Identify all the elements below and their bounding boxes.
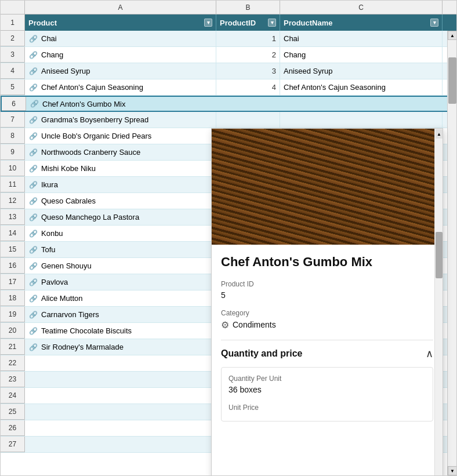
row-num: 13 xyxy=(1,209,25,225)
cell-product: 🔗 Uncle Bob's Organic Dried Pears xyxy=(25,128,216,144)
cell-product: 🔗 Ikura xyxy=(25,177,216,192)
product-icon: 🔗 xyxy=(28,294,38,303)
detail-card: Quantity Per Unit 36 boxes Unit Price xyxy=(221,367,433,422)
product-icon: 🔗 xyxy=(28,132,38,141)
row-num: 27 xyxy=(1,437,25,452)
table-row[interactable]: 2 🔗 Chai 1 Chai xyxy=(1,31,456,47)
qty-value: 36 boxes xyxy=(228,385,426,394)
table-row[interactable]: 7 🔗 Grandma's Boysenberry Spread xyxy=(1,112,456,128)
row-num: 8 xyxy=(1,128,25,144)
cell-product: 🔗 Konbu xyxy=(25,226,216,241)
cell-productid: 4 xyxy=(216,79,280,95)
col-header-C: C xyxy=(280,1,443,14)
product-icon: 🔗 xyxy=(28,326,38,336)
th-productname[interactable]: ProductName xyxy=(280,14,443,31)
filter-icon-A[interactable] xyxy=(204,19,212,27)
main-scrollbar[interactable]: ▲ ▼ xyxy=(447,31,456,475)
col-header-A: A xyxy=(25,1,216,14)
scroll-thumb[interactable] xyxy=(448,57,456,104)
row-num: 15 xyxy=(1,242,25,257)
col-headers: A B C xyxy=(1,1,456,14)
product-icon: 🔗 xyxy=(28,213,38,222)
product-icon: 🔗 xyxy=(28,261,38,271)
cell-product: 🔗 Chai xyxy=(25,31,216,46)
cell-empty xyxy=(25,355,216,371)
cell-product: 🔗 Northwoods Cranberry Sauce xyxy=(25,144,216,160)
popup-content[interactable]: Chef Anton's Gumbo Mix Product ID 5 Cate… xyxy=(212,245,443,475)
product-icon: 🔗 xyxy=(28,278,38,287)
row-num: 3 xyxy=(1,47,25,63)
product-icon: 🔗 xyxy=(28,115,38,125)
spreadsheet: A B C 1 Product ProductID ProductName 2 … xyxy=(0,0,457,476)
cell-product: 🔗 Sir Rodney's Marmalade xyxy=(25,339,216,355)
product-icon: 🔗 xyxy=(28,180,38,190)
cell-productid xyxy=(217,97,281,111)
th-productid[interactable]: ProductID xyxy=(216,14,280,31)
popup-scrollbar[interactable]: ▲ ▼ xyxy=(434,129,443,475)
cell-productname: Chai xyxy=(280,31,443,46)
cell-productid: 3 xyxy=(216,63,280,79)
table-row[interactable]: 5 🔗 Chef Anton's Cajun Seasoning 4 Chef … xyxy=(1,79,456,96)
row-num: 10 xyxy=(1,161,25,176)
row-num: 14 xyxy=(1,226,25,241)
cell-product: 🔗 Teatime Chocolate Biscuits xyxy=(25,323,216,339)
row-num: 16 xyxy=(1,258,25,274)
table-row[interactable]: 4 🔗 Aniseed Syrup 3 Aniseed Syrup xyxy=(1,63,456,79)
cell-product: 🔗 Mishi Kobe Niku xyxy=(25,161,216,176)
table-row[interactable]: 3 🔗 Chang 2 Chang xyxy=(1,47,456,63)
cell-productid: 2 xyxy=(216,47,280,63)
popup-scroll-thumb[interactable] xyxy=(436,232,443,278)
category-value: Condiments xyxy=(233,320,276,329)
row-num: 9 xyxy=(1,144,25,160)
row-num: 2 xyxy=(1,31,25,46)
chevron-up-icon[interactable]: ∧ xyxy=(426,347,433,360)
cell-product: 🔗 Chef Anton's Cajun Seasoning xyxy=(25,79,216,95)
cell-product: 🔗 Alice Mutton xyxy=(25,290,216,306)
row-num: 22 xyxy=(1,355,25,371)
product-icon: 🔗 xyxy=(28,343,38,352)
table-row-selected[interactable]: 6 🔗 Chef Anton's Gumbo Mix xyxy=(1,96,456,112)
row-num: 20 xyxy=(1,323,25,339)
row-num: 4 xyxy=(1,63,25,79)
filter-icon-B[interactable] xyxy=(268,19,276,27)
product-image-bg xyxy=(212,129,443,245)
product-detail-panel: Chef Anton's Gumbo Mix Product ID 5 Cate… xyxy=(211,128,443,475)
product-icon: 🔗 xyxy=(28,50,38,60)
cell-productid xyxy=(216,112,280,128)
row-num: 11 xyxy=(1,177,25,192)
product-icon: 🔗 xyxy=(30,99,39,108)
row-num: 17 xyxy=(1,274,25,290)
popup-scroll-up[interactable]: ▲ xyxy=(436,129,443,139)
section-title: Quantity and price xyxy=(221,348,302,359)
cell-product: 🔗 Grandma's Boysenberry Spread xyxy=(25,112,216,128)
product-icon: 🔗 xyxy=(28,164,38,173)
product-icon: 🔗 xyxy=(28,197,38,206)
cell-product: 🔗 Chef Anton's Gumbo Mix xyxy=(26,97,217,111)
cell-product: 🔗 Tofu xyxy=(25,242,216,257)
cell-productname: Chef Anton's Cajun Seasoning xyxy=(280,79,443,95)
filter-icon-C[interactable] xyxy=(430,19,438,27)
row-num: 23 xyxy=(1,372,25,387)
cell-product: 🔗 Chang xyxy=(25,47,216,63)
row-num: 5 xyxy=(1,79,25,95)
row-num: 21 xyxy=(1,339,25,355)
cell-productname: Aniseed Syrup xyxy=(280,63,443,79)
scroll-up-button[interactable]: ▲ xyxy=(448,31,456,40)
row-num: 26 xyxy=(1,420,25,436)
cell-product: 🔗 Genen Shouyu xyxy=(25,258,216,274)
quantity-section-header[interactable]: Quantity and price ∧ xyxy=(221,340,433,360)
category-row: ⚙ Condiments xyxy=(221,319,433,330)
popup-product-title: Chef Anton's Gumbo Mix xyxy=(221,254,433,271)
row-num: 24 xyxy=(1,388,25,404)
product-icon: 🔗 xyxy=(28,148,38,157)
cell-productname: Chang xyxy=(280,47,443,63)
row-num: 7 xyxy=(1,112,25,128)
product-icon: 🔗 xyxy=(28,229,38,238)
cell-product: 🔗 Aniseed Syrup xyxy=(25,63,216,79)
product-id-label: Product ID xyxy=(221,280,433,288)
cell-product: 🔗 Pavlova xyxy=(25,274,216,290)
scroll-down-button[interactable]: ▼ xyxy=(448,466,456,475)
product-image xyxy=(212,129,443,245)
product-id-value: 5 xyxy=(221,290,433,300)
th-product[interactable]: Product xyxy=(25,14,216,31)
